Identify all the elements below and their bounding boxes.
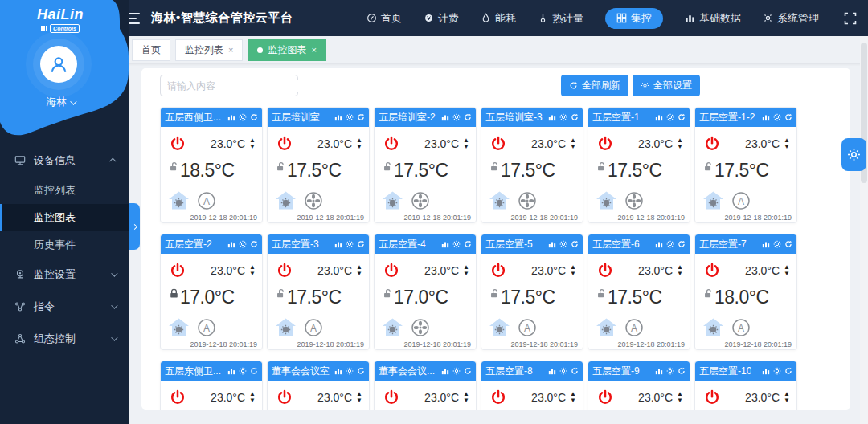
tab-monitor-chart[interactable]: 监控图表 × <box>248 39 326 61</box>
close-icon[interactable]: × <box>228 45 233 55</box>
gear-icon[interactable] <box>559 367 567 375</box>
chart-icon[interactable] <box>655 367 663 375</box>
refresh-icon[interactable] <box>250 367 258 375</box>
setpoint-stepper[interactable]: ▲▼ <box>784 264 790 277</box>
nav-energy[interactable]: 能耗 <box>481 11 516 26</box>
tab-home[interactable]: 首页 <box>132 39 170 61</box>
scrollbar-track[interactable] <box>860 36 868 424</box>
gear-icon[interactable] <box>666 240 674 248</box>
power-icon[interactable] <box>490 389 506 406</box>
heat-mode-icon[interactable] <box>489 317 510 337</box>
fan-auto-icon[interactable]: A <box>197 318 216 337</box>
lock-open-icon[interactable] <box>383 161 393 172</box>
nav-system-mgmt[interactable]: 系统管理 <box>763 11 819 26</box>
power-icon[interactable] <box>704 389 720 406</box>
power-icon[interactable] <box>597 389 613 406</box>
step-down-icon[interactable]: ▼ <box>570 398 576 404</box>
setpoint-stepper[interactable]: ▲▼ <box>677 391 683 404</box>
power-icon[interactable] <box>490 263 506 279</box>
setpoint-stepper[interactable]: ▲▼ <box>356 137 362 150</box>
setpoint-stepper[interactable]: ▲▼ <box>249 137 256 150</box>
refresh-icon[interactable] <box>678 367 686 375</box>
fan-auto-icon[interactable]: A <box>731 191 751 210</box>
fan-speed-icon[interactable] <box>624 191 644 210</box>
fan-speed-icon[interactable] <box>411 191 430 210</box>
chart-icon[interactable] <box>334 367 342 375</box>
step-down-icon[interactable]: ▼ <box>463 144 469 150</box>
setpoint-stepper[interactable]: ▲▼ <box>249 391 256 404</box>
fan-speed-icon[interactable] <box>518 191 537 210</box>
gear-icon[interactable] <box>239 367 247 375</box>
power-icon[interactable] <box>276 263 293 279</box>
lock-open-icon[interactable] <box>169 161 179 172</box>
refresh-icon[interactable] <box>784 367 792 375</box>
lock-open-icon[interactable] <box>703 288 714 299</box>
lock-open-icon[interactable] <box>489 288 500 299</box>
gear-icon[interactable] <box>346 240 354 248</box>
heat-mode-icon[interactable] <box>596 317 617 337</box>
step-down-icon[interactable]: ▼ <box>677 398 683 404</box>
floating-settings-button[interactable] <box>841 138 866 171</box>
gear-icon[interactable] <box>773 367 781 375</box>
heat-mode-icon[interactable] <box>168 317 190 337</box>
sidebar-item-device-info[interactable]: 设备信息 <box>0 145 129 177</box>
setpoint-stepper[interactable]: ▲▼ <box>784 391 790 404</box>
user-menu[interactable]: 海林 <box>0 95 121 109</box>
heat-mode-icon[interactable] <box>702 190 724 210</box>
power-icon[interactable] <box>597 136 613 152</box>
refresh-icon[interactable] <box>250 113 258 121</box>
step-down-icon[interactable]: ▼ <box>784 398 790 404</box>
nav-home[interactable]: 首页 <box>366 11 402 26</box>
fan-auto-icon[interactable]: A <box>624 318 644 337</box>
settings-all-button[interactable]: 全部设置 <box>633 75 700 96</box>
lock-open-icon[interactable] <box>276 288 286 299</box>
nav-central-control[interactable]: 集控 <box>605 8 663 29</box>
setpoint-stepper[interactable]: ▲▼ <box>249 264 256 277</box>
step-down-icon[interactable]: ▼ <box>356 271 362 277</box>
lock-open-icon[interactable] <box>703 161 714 172</box>
refresh-icon[interactable] <box>464 240 472 248</box>
power-icon[interactable] <box>170 389 186 406</box>
gear-icon[interactable] <box>559 240 567 248</box>
gear-icon[interactable] <box>773 240 781 248</box>
setpoint-stepper[interactable]: ▲▼ <box>570 137 576 150</box>
step-down-icon[interactable]: ▼ <box>784 144 790 150</box>
fan-auto-icon[interactable]: A <box>518 318 537 337</box>
nav-heat-metering[interactable]: 热计量 <box>538 11 583 26</box>
setpoint-stepper[interactable]: ▲▼ <box>570 391 576 404</box>
heat-mode-icon[interactable] <box>168 190 190 210</box>
refresh-icon[interactable] <box>571 113 579 121</box>
setpoint-stepper[interactable]: ▲▼ <box>677 264 683 277</box>
gear-icon[interactable] <box>773 113 781 121</box>
chart-icon[interactable] <box>227 240 235 248</box>
fullscreen-icon[interactable] <box>844 12 857 25</box>
nav-billing[interactable]: 计费 <box>424 11 459 26</box>
step-down-icon[interactable]: ▼ <box>677 271 683 277</box>
sidebar-item-config-control[interactable]: 组态控制 <box>0 323 129 355</box>
refresh-icon[interactable] <box>464 367 472 375</box>
search-input[interactable] <box>161 80 298 92</box>
gear-icon[interactable] <box>452 367 461 375</box>
gear-icon[interactable] <box>452 240 461 248</box>
gear-icon[interactable] <box>452 113 461 121</box>
step-down-icon[interactable]: ▼ <box>677 144 683 150</box>
chart-icon[interactable] <box>441 240 449 248</box>
lock-open-icon[interactable] <box>596 161 607 172</box>
power-icon[interactable] <box>170 263 186 279</box>
nav-base-data[interactable]: 基础数据 <box>685 11 741 26</box>
heat-mode-icon[interactable] <box>275 190 297 210</box>
gear-icon[interactable] <box>666 367 674 375</box>
chart-icon[interactable] <box>655 113 663 121</box>
gear-icon[interactable] <box>346 367 354 375</box>
heat-mode-icon[interactable] <box>702 317 724 337</box>
chart-icon[interactable] <box>227 113 235 121</box>
sidebar-item-command[interactable]: 指令 <box>0 291 129 323</box>
step-down-icon[interactable]: ▼ <box>249 144 256 150</box>
setpoint-stepper[interactable]: ▲▼ <box>463 391 469 404</box>
lock-open-icon[interactable] <box>383 288 393 299</box>
chart-icon[interactable] <box>655 240 663 248</box>
chart-icon[interactable] <box>548 113 556 121</box>
refresh-icon[interactable] <box>571 367 579 375</box>
refresh-icon[interactable] <box>784 113 792 121</box>
chart-icon[interactable] <box>548 367 556 375</box>
